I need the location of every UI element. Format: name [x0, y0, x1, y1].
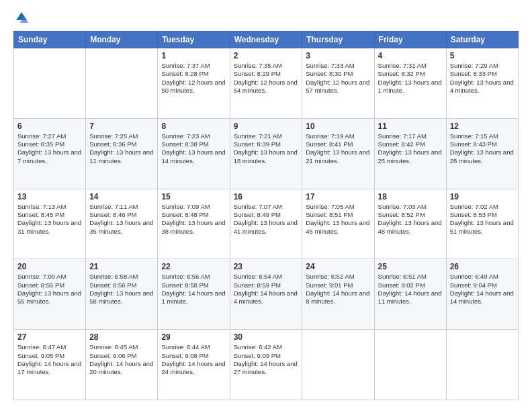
day-info: Sunrise: 6:42 AM Sunset: 9:09 PM Dayligh… [234, 343, 299, 376]
day-number: 24 [306, 262, 370, 271]
day-info: Sunrise: 7:25 AM Sunset: 8:36 PM Dayligh… [89, 132, 154, 165]
day-number: 8 [161, 122, 226, 131]
calendar-cell [446, 330, 518, 400]
day-number: 16 [234, 192, 299, 201]
day-info: Sunrise: 7:15 AM Sunset: 8:43 PM Dayligh… [450, 132, 515, 165]
day-number: 9 [234, 122, 299, 131]
calendar-cell: 21Sunrise: 6:58 AM Sunset: 8:56 PM Dayli… [86, 259, 158, 330]
day-number: 11 [378, 122, 443, 131]
calendar-week-4: 27Sunrise: 6:47 AM Sunset: 9:05 PM Dayli… [14, 330, 519, 400]
calendar-cell: 3Sunrise: 7:33 AM Sunset: 8:30 PM Daylig… [302, 48, 374, 119]
day-info: Sunrise: 7:33 AM Sunset: 8:30 PM Dayligh… [306, 62, 370, 95]
day-number: 27 [17, 332, 82, 342]
day-info: Sunrise: 7:03 AM Sunset: 8:52 PM Dayligh… [378, 203, 443, 236]
logo [13, 11, 28, 24]
day-number: 10 [306, 122, 370, 131]
day-number: 19 [450, 192, 515, 201]
day-info: Sunrise: 7:23 AM Sunset: 8:38 PM Dayligh… [161, 132, 226, 165]
calendar-cell: 20Sunrise: 7:00 AM Sunset: 8:55 PM Dayli… [14, 259, 86, 330]
day-info: Sunrise: 6:49 AM Sunset: 9:04 PM Dayligh… [450, 273, 515, 306]
header [13, 11, 519, 24]
day-info: Sunrise: 7:09 AM Sunset: 8:48 PM Dayligh… [161, 203, 226, 236]
calendar-cell [14, 48, 86, 119]
header-day-tuesday: Tuesday [158, 32, 230, 48]
calendar-cell: 23Sunrise: 6:54 AM Sunset: 8:59 PM Dayli… [230, 259, 302, 330]
day-info: Sunrise: 6:51 AM Sunset: 9:02 PM Dayligh… [378, 273, 443, 306]
calendar-cell: 9Sunrise: 7:21 AM Sunset: 8:39 PM Daylig… [230, 118, 302, 189]
calendar-week-0: 1Sunrise: 7:37 AM Sunset: 8:28 PM Daylig… [14, 48, 519, 119]
header-day-saturday: Saturday [446, 32, 518, 48]
day-number: 15 [161, 192, 226, 201]
day-number: 2 [234, 51, 299, 60]
calendar-week-3: 20Sunrise: 7:00 AM Sunset: 8:55 PM Dayli… [14, 259, 519, 330]
day-info: Sunrise: 7:11 AM Sunset: 8:46 PM Dayligh… [89, 203, 154, 236]
calendar-cell: 30Sunrise: 6:42 AM Sunset: 9:09 PM Dayli… [230, 330, 302, 400]
day-info: Sunrise: 7:35 AM Sunset: 8:29 PM Dayligh… [234, 62, 299, 95]
calendar-cell: 27Sunrise: 6:47 AM Sunset: 9:05 PM Dayli… [14, 330, 86, 400]
calendar-cell: 5Sunrise: 7:29 AM Sunset: 8:33 PM Daylig… [446, 48, 518, 119]
day-info: Sunrise: 7:37 AM Sunset: 8:28 PM Dayligh… [161, 62, 226, 95]
calendar-cell: 15Sunrise: 7:09 AM Sunset: 8:48 PM Dayli… [158, 189, 230, 259]
calendar-cell: 7Sunrise: 7:25 AM Sunset: 8:36 PM Daylig… [86, 118, 158, 189]
day-number: 26 [450, 262, 515, 271]
day-info: Sunrise: 7:13 AM Sunset: 8:45 PM Dayligh… [17, 203, 82, 236]
calendar-cell: 6Sunrise: 7:27 AM Sunset: 8:35 PM Daylig… [14, 118, 86, 189]
day-number: 4 [378, 51, 443, 60]
day-info: Sunrise: 6:56 AM Sunset: 8:58 PM Dayligh… [161, 273, 226, 306]
day-info: Sunrise: 7:07 AM Sunset: 8:49 PM Dayligh… [234, 203, 299, 236]
day-info: Sunrise: 7:02 AM Sunset: 8:53 PM Dayligh… [450, 203, 515, 236]
calendar-cell: 8Sunrise: 7:23 AM Sunset: 8:38 PM Daylig… [158, 118, 230, 189]
day-number: 13 [17, 192, 82, 201]
calendar-cell: 11Sunrise: 7:17 AM Sunset: 8:42 PM Dayli… [374, 118, 446, 189]
calendar-cell: 2Sunrise: 7:35 AM Sunset: 8:29 PM Daylig… [230, 48, 302, 119]
calendar-cell: 10Sunrise: 7:19 AM Sunset: 8:41 PM Dayli… [302, 118, 374, 189]
day-number: 23 [234, 262, 299, 271]
calendar-cell: 17Sunrise: 7:05 AM Sunset: 8:51 PM Dayli… [302, 189, 374, 259]
calendar-cell: 25Sunrise: 6:51 AM Sunset: 9:02 PM Dayli… [374, 259, 446, 330]
day-info: Sunrise: 6:45 AM Sunset: 9:06 PM Dayligh… [89, 343, 154, 376]
calendar-cell: 24Sunrise: 6:52 AM Sunset: 9:01 PM Dayli… [302, 259, 374, 330]
day-number: 12 [450, 122, 515, 131]
day-info: Sunrise: 7:27 AM Sunset: 8:35 PM Dayligh… [17, 132, 82, 165]
day-info: Sunrise: 6:47 AM Sunset: 9:05 PM Dayligh… [17, 343, 82, 376]
calendar-cell: 12Sunrise: 7:15 AM Sunset: 8:43 PM Dayli… [446, 118, 518, 189]
header-day-sunday: Sunday [14, 32, 86, 48]
day-info: Sunrise: 6:54 AM Sunset: 8:59 PM Dayligh… [234, 273, 299, 306]
day-number: 30 [234, 332, 299, 342]
day-number: 17 [306, 192, 370, 201]
calendar-cell [374, 330, 446, 400]
day-info: Sunrise: 7:17 AM Sunset: 8:42 PM Dayligh… [378, 132, 443, 165]
calendar-cell: 4Sunrise: 7:31 AM Sunset: 8:32 PM Daylig… [374, 48, 446, 119]
header-day-wednesday: Wednesday [230, 32, 302, 48]
day-info: Sunrise: 7:05 AM Sunset: 8:51 PM Dayligh… [306, 203, 370, 236]
calendar-cell: 14Sunrise: 7:11 AM Sunset: 8:46 PM Dayli… [86, 189, 158, 259]
day-info: Sunrise: 6:58 AM Sunset: 8:56 PM Dayligh… [89, 273, 154, 306]
logo-icon [15, 11, 28, 24]
day-info: Sunrise: 6:44 AM Sunset: 9:08 PM Dayligh… [161, 343, 226, 376]
calendar-cell: 13Sunrise: 7:13 AM Sunset: 8:45 PM Dayli… [14, 189, 86, 259]
calendar-cell: 18Sunrise: 7:03 AM Sunset: 8:52 PM Dayli… [374, 189, 446, 259]
day-number: 20 [17, 262, 82, 271]
day-number: 7 [89, 122, 154, 131]
calendar-cell: 16Sunrise: 7:07 AM Sunset: 8:49 PM Dayli… [230, 189, 302, 259]
day-info: Sunrise: 7:31 AM Sunset: 8:32 PM Dayligh… [378, 62, 443, 95]
day-info: Sunrise: 7:29 AM Sunset: 8:33 PM Dayligh… [450, 62, 515, 95]
calendar-cell: 29Sunrise: 6:44 AM Sunset: 9:08 PM Dayli… [158, 330, 230, 400]
calendar-cell: 1Sunrise: 7:37 AM Sunset: 8:28 PM Daylig… [158, 48, 230, 119]
day-info: Sunrise: 7:21 AM Sunset: 8:39 PM Dayligh… [234, 132, 299, 165]
calendar-week-2: 13Sunrise: 7:13 AM Sunset: 8:45 PM Dayli… [14, 189, 519, 259]
calendar-cell [302, 330, 374, 400]
calendar-cell: 19Sunrise: 7:02 AM Sunset: 8:53 PM Dayli… [446, 189, 518, 259]
calendar-header-row: SundayMondayTuesdayWednesdayThursdayFrid… [14, 32, 519, 48]
page: SundayMondayTuesdayWednesdayThursdayFrid… [0, 0, 532, 411]
day-number: 5 [450, 51, 515, 60]
day-number: 14 [89, 192, 154, 201]
calendar-table: SundayMondayTuesdayWednesdayThursdayFrid… [13, 31, 519, 400]
day-info: Sunrise: 7:19 AM Sunset: 8:41 PM Dayligh… [306, 132, 370, 165]
day-info: Sunrise: 6:52 AM Sunset: 9:01 PM Dayligh… [306, 273, 370, 306]
calendar-cell: 26Sunrise: 6:49 AM Sunset: 9:04 PM Dayli… [446, 259, 518, 330]
day-number: 6 [17, 122, 82, 131]
day-info: Sunrise: 7:00 AM Sunset: 8:55 PM Dayligh… [17, 273, 82, 306]
day-number: 1 [161, 51, 226, 60]
header-day-monday: Monday [86, 32, 158, 48]
